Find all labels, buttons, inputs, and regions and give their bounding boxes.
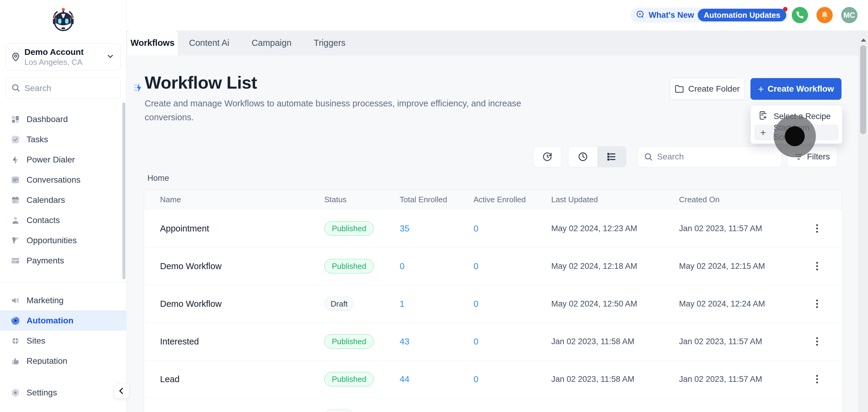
list-view-button[interactable] [597,147,626,167]
sidebar-search[interactable] [5,78,121,99]
tab-bar: Workflows Content Ai Campaign Triggers [127,30,868,56]
table-row[interactable]: Lead Published 44 0 Jan 02 2023, 11:58 A… [144,360,842,398]
sidebar-item-payments[interactable]: Payments [0,250,127,271]
dashboard-icon [10,114,21,124]
sidebar-item-automation[interactable]: Automation [0,310,127,330]
history-icon [542,152,553,162]
topbar: What's New Automation Updates MC [127,0,868,30]
folder-icon [675,85,684,93]
sidebar-item-contacts[interactable]: Contacts [0,210,127,230]
page-scrollbar[interactable] [858,34,868,412]
whats-new-pill[interactable]: What's New Automation Updates [630,7,788,23]
recipe-icon [758,111,768,122]
table-row[interactable]: Demo Workflow Draft 1 0 May 02 2024, 12:… [144,285,842,323]
contacts-icon [10,215,21,225]
sidebar-item-settings[interactable]: Settings [0,383,127,403]
sidebar-search-input[interactable] [24,84,133,93]
sidebar-item-calendars[interactable]: Calendars [0,190,127,210]
account-location: Los Angeles, CA [24,57,106,67]
sidebar-item-marketing[interactable]: Marketing [0,290,127,310]
row-menu-button[interactable] [811,373,823,386]
main-content: Workflow List Create and manage Workflow… [127,56,868,412]
status-badge: Published [324,259,374,273]
status-badge: Draft [324,296,354,311]
account-selector[interactable]: Demo Account Los Angeles, CA [5,43,121,70]
row-menu-button[interactable] [811,297,823,310]
sidebar-item-conversations[interactable]: Conversations [0,170,127,190]
sidebar-item-reputation[interactable]: Reputation [0,351,127,365]
tab-campaign[interactable]: Campaign [241,30,303,56]
sidebar-item-power-dialer[interactable]: Power Dialer [0,150,127,170]
column-header-active-enrolled: Active Enrolled [466,195,541,204]
row-menu-button[interactable] [811,222,823,235]
marketing-icon [10,295,21,306]
plus-icon: + [758,84,764,94]
app-logo [0,0,126,39]
history-button[interactable] [533,146,561,167]
workflow-search-input[interactable] [657,152,775,162]
column-header-status: Status [318,195,394,204]
account-name: Demo Account [24,47,106,57]
tab-workflows[interactable]: Workflows [127,30,178,56]
gear-icon [10,388,21,398]
reputation-icon [10,356,21,365]
table-header: Name Status Total Enrolled Active Enroll… [144,190,842,210]
whats-new-label: What's New [649,10,694,20]
conversations-icon [10,175,21,185]
filter-icon [794,152,803,161]
column-header-created-on: Created On [670,195,799,204]
list-view-icon [607,152,617,162]
sidebar-item-sites[interactable]: Sites [0,330,127,351]
clock-icon [578,152,588,162]
notification-dot [783,7,787,11]
menu-item-select-recipe[interactable]: Select a Recipe [751,108,842,125]
view-toggle [568,146,626,167]
sidebar-item-opportunities[interactable]: Opportunities [0,230,127,250]
scrollbar-thumb[interactable] [860,45,866,134]
phone-button[interactable] [792,7,808,23]
sidebar-item-tasks[interactable]: Tasks [0,129,127,150]
phone-icon [796,11,804,19]
calendars-icon [10,195,21,205]
robot-logo-icon [50,7,76,33]
create-workflow-menu: Select a Recipe + Start from Scratch [750,105,842,144]
create-folder-button[interactable]: Create Folder [670,78,745,100]
sidebar-item-dashboard[interactable]: Dashboard [0,109,127,129]
bell-icon [820,11,829,19]
sites-icon [10,336,21,346]
notifications-button[interactable] [816,7,833,23]
table-row[interactable]: Demo Workflow Published 0 0 May 02 2024,… [144,248,842,285]
automation-updates-badge[interactable]: Automation Updates [698,9,786,22]
sidebar-collapse-button[interactable] [114,383,129,399]
page-description: Create and manage Workflows to automate … [145,96,564,124]
tab-triggers[interactable]: Triggers [303,30,356,56]
row-menu-button[interactable] [811,259,823,273]
table-row[interactable]: Appointment Published 35 0 May 02 2024, … [144,210,842,248]
quick-actions-bolt-icon[interactable] [133,83,144,94]
avatar[interactable]: MC [841,7,858,23]
sidebar-nav: Dashboard Tasks Power Dialer Conversatio… [0,109,127,365]
column-header-total-enrolled: Total Enrolled [394,195,466,204]
table-row[interactable]: Interested Published 43 0 Jan 02 2023, 1… [144,323,842,360]
workflow-search[interactable] [638,146,781,167]
create-workflow-button[interactable]: + Create Workflow [750,78,841,100]
search-icon [644,152,653,161]
opportunities-icon [10,235,21,246]
automation-icon [10,316,21,326]
status-badge: Published [324,334,374,349]
row-menu-button[interactable] [811,335,823,348]
table-row-partial[interactable] [144,398,842,412]
menu-item-start-from-scratch[interactable]: + Start from Scratch [754,125,838,140]
tab-content-ai[interactable]: Content Ai [178,30,241,56]
scroll-up-arrow[interactable] [861,39,866,41]
filters-button[interactable]: Filters [787,146,837,167]
column-header-last-updated: Last Updated [541,195,670,204]
page-title: Workflow List [145,72,257,93]
payments-icon [10,256,21,266]
announcement-icon [636,10,645,20]
breadcrumb[interactable]: Home [147,173,169,183]
status-badge: Published [324,221,374,236]
recent-view-button[interactable] [568,147,597,167]
sidebar-scrollbar[interactable] [122,102,125,279]
status-badge: Published [324,372,374,386]
